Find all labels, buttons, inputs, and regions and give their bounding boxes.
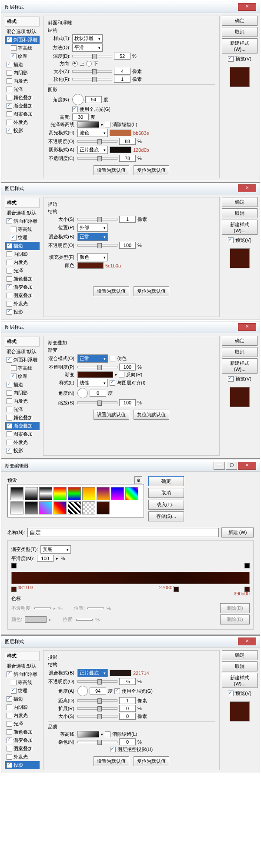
load-button[interactable]: 载入(L)...: [148, 500, 184, 510]
titlebar[interactable]: 图层样式✕: [1, 183, 260, 194]
style-stroke[interactable]: 描边: [5, 695, 40, 703]
cancel-button[interactable]: 取消: [148, 488, 184, 498]
reset-default-button[interactable]: 复位为默认值: [134, 165, 169, 175]
depth-slider[interactable]: [72, 55, 112, 57]
smooth-input[interactable]: 100: [37, 555, 54, 562]
style-stroke[interactable]: 描边: [5, 242, 40, 250]
titlebar[interactable]: 图层样式✕: [1, 636, 260, 648]
close-button[interactable]: ✕: [238, 638, 256, 645]
reset-default-button[interactable]: 复位为默认值: [134, 286, 169, 296]
stop-opacity-input[interactable]: [34, 608, 51, 609]
style-pattern-overlay[interactable]: 图案叠加: [5, 110, 40, 118]
preset-swatch[interactable]: [82, 501, 95, 514]
style-outer-glow[interactable]: 外发光: [5, 118, 40, 127]
set-default-button[interactable]: 设置为默认值: [94, 286, 129, 296]
new-style-button[interactable]: 新建样式(W)...: [222, 220, 258, 235]
preset-swatch[interactable]: [68, 487, 81, 500]
use-global-checkbox[interactable]: [72, 107, 78, 112]
style-texture[interactable]: 纹理: [5, 234, 40, 242]
ok-button[interactable]: 确定: [222, 16, 258, 26]
style-texture[interactable]: 纹理: [5, 687, 40, 695]
set-default-button[interactable]: 设置为默认值: [94, 165, 129, 175]
style-bevel[interactable]: 斜面和浮雕: [5, 36, 40, 44]
style-inner-glow[interactable]: 内发光: [5, 258, 40, 267]
preview-checkbox[interactable]: [228, 376, 234, 382]
style-color-overlay[interactable]: 颜色叠加: [5, 275, 40, 283]
close-button[interactable]: ✕: [238, 462, 256, 470]
style-bevel[interactable]: 斜面和浮雕: [5, 670, 40, 678]
ok-button[interactable]: 确定: [148, 476, 184, 486]
style-pattern-overlay[interactable]: 图案叠加: [5, 744, 40, 753]
preview-checkbox[interactable]: [228, 237, 234, 243]
style-color-overlay[interactable]: 颜色叠加: [5, 728, 40, 736]
grad-op-input[interactable]: 100: [119, 364, 136, 371]
style-drop-shadow[interactable]: 投影: [5, 447, 40, 455]
shadow-color[interactable]: [110, 147, 131, 153]
style-satin[interactable]: 光泽: [5, 405, 40, 414]
gradient-picker[interactable]: [77, 371, 113, 378]
stroke-size-input[interactable]: 1: [119, 216, 136, 223]
style-drop-shadow[interactable]: 投影: [5, 761, 40, 769]
preset-swatch[interactable]: [39, 487, 52, 500]
style-texture[interactable]: 纹理: [5, 52, 40, 60]
contour-picker[interactable]: [77, 731, 99, 738]
spread-input[interactable]: 0: [119, 705, 136, 712]
delete-stop-button[interactable]: 删除(D): [220, 614, 250, 624]
grad-style-dropdown[interactable]: 线性: [77, 379, 108, 387]
angle-dial[interactable]: [77, 686, 88, 696]
ds-size-input[interactable]: 0: [119, 713, 136, 720]
preset-swatch[interactable]: [125, 487, 138, 500]
align-checkbox[interactable]: [110, 380, 115, 386]
style-gradient-overlay[interactable]: 渐变叠加: [5, 102, 40, 110]
dir-down-radio[interactable]: [86, 61, 92, 67]
dist-slider[interactable]: [77, 699, 117, 702]
ds-angle-input[interactable]: 94: [90, 688, 106, 694]
cancel-button[interactable]: 取消: [222, 347, 258, 357]
shadow-mode-dropdown[interactable]: 正片叠底: [77, 146, 108, 154]
gradient-name-input[interactable]: [27, 528, 219, 537]
preset-swatch[interactable]: [111, 487, 124, 500]
checkbox[interactable]: [7, 70, 12, 76]
hl-opacity-slider[interactable]: [77, 140, 117, 143]
knockout-checkbox[interactable]: [110, 747, 116, 752]
set-default-button[interactable]: 设置为默认值: [94, 756, 129, 766]
soft-input[interactable]: 1: [114, 76, 130, 83]
style-drop-shadow[interactable]: 投影: [5, 127, 40, 135]
style-contour[interactable]: 等高线: [5, 225, 40, 234]
ds-color[interactable]: [110, 670, 131, 676]
style-texture[interactable]: 纹理: [5, 372, 40, 381]
cancel-button[interactable]: 取消: [222, 661, 258, 671]
style-contour[interactable]: 等高线: [5, 678, 40, 687]
reset-default-button[interactable]: 复位为默认值: [134, 410, 169, 420]
checkbox[interactable]: [7, 120, 12, 125]
stroke-op-input[interactable]: 100: [119, 242, 136, 249]
size-input[interactable]: 4: [114, 68, 130, 75]
new-style-button[interactable]: 新建样式(W)...: [222, 673, 258, 688]
style-contour[interactable]: 等高线: [5, 44, 40, 52]
color-stop[interactable]: [11, 587, 17, 592]
style-bevel[interactable]: 斜面和浮雕: [5, 217, 40, 225]
preset-swatch[interactable]: [10, 487, 23, 500]
angle-input[interactable]: 0: [90, 390, 106, 397]
new-style-button[interactable]: 新建样式(W)...: [222, 358, 258, 374]
dir-up-radio[interactable]: [72, 61, 78, 67]
preset-swatch[interactable]: [25, 487, 38, 500]
style-blend-default[interactable]: 混合选项:默认: [5, 662, 40, 670]
style-outer-glow[interactable]: 外发光: [5, 300, 40, 308]
highlight-mode-dropdown[interactable]: 滤色: [77, 129, 108, 137]
bevel-method-dropdown[interactable]: 平滑: [72, 43, 103, 52]
color-stops[interactable]: 481103 270801 390a00: [11, 587, 250, 593]
scale-slider[interactable]: [77, 401, 117, 404]
checkbox[interactable]: [7, 87, 12, 92]
style-stroke[interactable]: 描边: [5, 60, 40, 69]
sh-opacity-input[interactable]: 78: [119, 155, 136, 162]
style-outer-glow[interactable]: 外发光: [5, 438, 40, 447]
preset-swatch[interactable]: [82, 487, 95, 500]
opacity-stop[interactable]: [244, 563, 250, 568]
new-style-button[interactable]: 新建样式(W)...: [222, 38, 258, 53]
opacity-stops[interactable]: [11, 563, 250, 569]
depth-input[interactable]: 52: [114, 53, 130, 60]
style-satin[interactable]: 光泽: [5, 85, 40, 93]
style-outer-glow[interactable]: 外发光: [5, 753, 40, 761]
stroke-size-slider[interactable]: [77, 218, 117, 220]
